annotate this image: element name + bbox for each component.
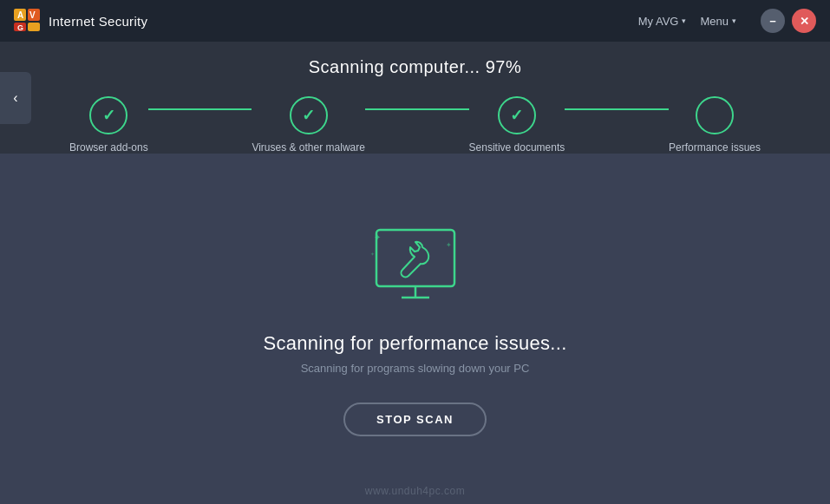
stop-scan-button[interactable]: STOP SCAN <box>343 403 487 436</box>
step-circle-sensitive: ✓ <box>498 96 536 134</box>
menu-item[interactable]: Menu ▾ <box>700 15 736 28</box>
back-icon: ‹ <box>13 90 17 106</box>
svg-text:G: G <box>17 23 23 32</box>
my-avg-menu[interactable]: My AVG ▾ <box>638 15 687 28</box>
connector-1 <box>148 108 252 110</box>
step-label-performance: Performance issues <box>669 141 761 154</box>
menu-chevron-icon: ▾ <box>732 16 736 25</box>
app-window: A V G Internet Security My AVG ▾ Menu ▾ … <box>0 0 830 504</box>
avg-logo: A V G <box>14 9 42 33</box>
step-sensitive-docs: ✓ Sensitive documents <box>469 96 565 154</box>
close-button[interactable]: ✕ <box>792 9 816 33</box>
scan-progress-title: Scanning computer... 97% <box>35 57 795 77</box>
svg-text:V: V <box>29 10 36 20</box>
performance-scan-icon: ✦ ✦ ✦ <box>363 221 467 311</box>
step-circle-browser-addons: ✓ <box>89 96 127 134</box>
step-circle-performance <box>696 96 734 134</box>
check-icon: ✓ <box>510 106 523 125</box>
step-browser-addons: ✓ Browser add-ons <box>69 96 148 154</box>
step-label-browser-addons: Browser add-ons <box>69 141 148 154</box>
step-performance: Performance issues <box>669 96 761 154</box>
svg-text:✦: ✦ <box>446 241 452 249</box>
svg-rect-7 <box>376 230 454 286</box>
check-icon: ✓ <box>302 106 315 125</box>
scanning-sub-label: Scanning for programs slowing down your … <box>301 362 530 375</box>
svg-text:A: A <box>17 10 23 20</box>
titlebar: A V G Internet Security My AVG ▾ Menu ▾ … <box>0 0 830 42</box>
scanning-main-label: Scanning for performance issues... <box>263 332 566 355</box>
titlebar-right: My AVG ▾ Menu ▾ − ✕ <box>638 9 816 33</box>
connector-3 <box>565 108 669 110</box>
titlebar-left: A V G Internet Security <box>14 9 147 33</box>
svg-rect-3 <box>28 23 40 31</box>
back-button[interactable]: ‹ <box>0 72 31 124</box>
step-label-viruses: Viruses & other malware <box>252 141 365 154</box>
connector-2 <box>365 108 469 110</box>
steps-container: ✓ Browser add-ons ✓ Viruses & other malw… <box>35 96 795 154</box>
my-avg-chevron-icon: ▾ <box>682 16 686 25</box>
step-circle-viruses: ✓ <box>290 96 328 134</box>
header-area: ‹ Scanning computer... 97% ✓ Browser add… <box>0 42 830 154</box>
main-content: ✦ ✦ ✦ Scanning for performance issues...… <box>0 154 830 504</box>
step-label-sensitive: Sensitive documents <box>469 141 565 154</box>
svg-text:✦: ✦ <box>374 232 381 242</box>
app-title: Internet Security <box>49 14 147 29</box>
step-viruses-malware: ✓ Viruses & other malware <box>252 96 365 154</box>
window-controls: − ✕ <box>761 9 816 33</box>
svg-text:✦: ✦ <box>370 252 375 257</box>
minimize-button[interactable]: − <box>761 9 785 33</box>
footer-watermark: www.unduh4pc.com <box>365 485 465 497</box>
check-icon: ✓ <box>102 106 115 125</box>
